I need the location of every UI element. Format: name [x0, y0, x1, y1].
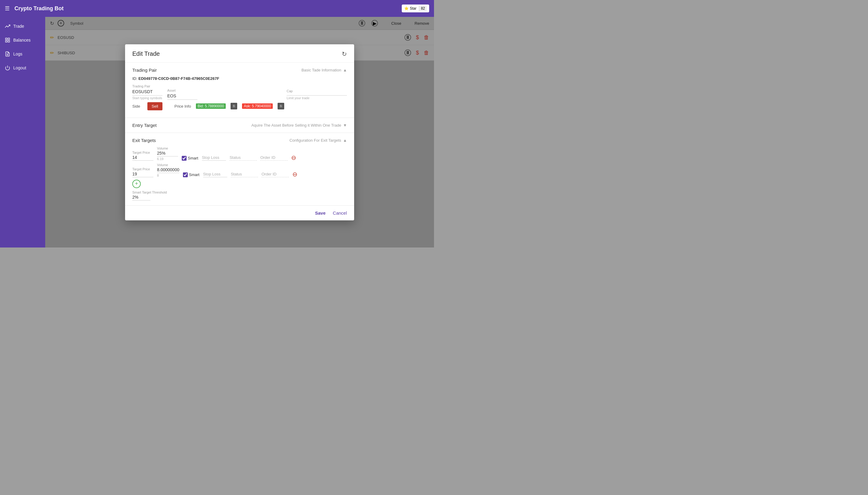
- trading-pair-content: ID: ED049778-C0CD-0B87-F74B-47965C0E267F…: [132, 76, 347, 110]
- trending-up-icon: [5, 23, 10, 29]
- modal-header: Edit Trade ↻: [125, 44, 354, 63]
- trading-pair-section-header[interactable]: Trading Pair Basic Tade Information ▲: [132, 68, 347, 73]
- modal-footer: Save Cancel: [125, 206, 354, 220]
- navbar: ☰ Crypto Trading Bot ⭐ Star 82: [0, 0, 434, 17]
- add-icon[interactable]: +: [132, 180, 141, 188]
- content-area: ↻ + Symbol ⏸ ▶ Close Remove ✏ EOSUSD ⏸ $…: [45, 17, 434, 248]
- cancel-button[interactable]: Cancel: [333, 210, 347, 216]
- svg-rect-1: [8, 38, 10, 39]
- cap-field: Cap Limit your trade: [287, 89, 347, 100]
- chevron-up-icon-exit: ▲: [343, 138, 347, 142]
- svg-rect-0: [5, 38, 7, 39]
- entry-target-section: Entry Target Aquire The Asset Before Sel…: [125, 118, 354, 133]
- svg-rect-3: [5, 41, 7, 42]
- target-price-field-1: Target Price 14: [132, 151, 153, 161]
- svg-rect-2: [8, 41, 10, 42]
- smart-checkbox-2[interactable]: Smart: [183, 172, 199, 177]
- smart-checkbox-input-2[interactable]: [183, 172, 188, 177]
- star-label: Star: [410, 6, 417, 11]
- copy-bid-button[interactable]: ⎘: [230, 103, 237, 109]
- bid-value: Bid: 5.78890000: [196, 103, 226, 109]
- exit-target-row-1: Target Price 14 Volume 25% 6.19 Smart: [132, 147, 347, 161]
- sidebar-label-trade: Trade: [13, 24, 24, 29]
- sidebar-item-logout[interactable]: Logout: [0, 61, 45, 75]
- status-field-2: Status: [231, 172, 258, 177]
- order-id-field-2: Order ID: [262, 172, 289, 177]
- order-id-field-1: Order ID: [260, 155, 288, 161]
- side-label: Side: [132, 104, 140, 108]
- sidebar-label-logout: Logout: [13, 65, 26, 70]
- stop-loss-field-2: Stop Loss: [203, 172, 227, 177]
- volume-field-1: Volume 25% 6.19: [157, 147, 178, 161]
- github-icon: ⭐: [404, 6, 409, 11]
- remove-row-1-button[interactable]: ⊖: [291, 155, 296, 161]
- grid-icon: [5, 37, 10, 43]
- price-info-label: Price Info: [174, 103, 191, 109]
- trading-pair-field: Trading Pair EOSUSDT Start typing symbol…: [132, 84, 162, 100]
- trading-pair-title: Trading Pair: [132, 68, 157, 73]
- app-title: Crypto Trading Bot: [15, 5, 64, 12]
- modal-title: Edit Trade: [132, 50, 160, 57]
- power-icon: [5, 65, 10, 70]
- remove-row-2-button[interactable]: ⊖: [292, 171, 297, 177]
- smart-checkbox-input-1[interactable]: [182, 156, 187, 161]
- trading-pair-subtitle: Basic Tade Information ▲: [301, 68, 347, 72]
- entry-target-title: Entry Target: [132, 123, 157, 128]
- exit-targets-content: Target Price 14 Volume 25% 6.19 Smart: [132, 147, 347, 201]
- sidebar-item-trade[interactable]: Trade: [0, 19, 45, 33]
- exit-target-row-2: Target Price 19 Volume 8.00000000 8 Smar…: [132, 163, 347, 177]
- edit-trade-modal: Edit Trade ↻ Trading Pair Basic Tade Inf…: [125, 44, 354, 220]
- trading-pair-fields: Trading Pair EOSUSDT Start typing symbol…: [132, 84, 347, 100]
- entry-target-section-header[interactable]: Entry Target Aquire The Asset Before Sel…: [132, 123, 347, 128]
- modal-refresh-icon[interactable]: ↻: [342, 50, 347, 57]
- exit-targets-section-header[interactable]: Exit Targets Configuration For Exit Targ…: [132, 138, 347, 143]
- save-button[interactable]: Save: [315, 210, 326, 216]
- smart-label-1: Smart: [188, 156, 198, 160]
- github-star-button[interactable]: ⭐ Star 82: [402, 4, 429, 12]
- asset-field: Asset EOS: [167, 89, 197, 100]
- smart-checkbox-1[interactable]: Smart: [182, 156, 198, 161]
- sidebar-item-logs[interactable]: Logs: [0, 47, 45, 61]
- ask-value: Ask: 5.79040000: [242, 103, 273, 109]
- star-count: 82: [419, 6, 427, 11]
- smart-label-2: Smart: [189, 172, 199, 177]
- side-price-row: Side Sell Price Info Bid: 5.78890000 ⎘: [132, 102, 347, 110]
- sidebar-label-balances: Balances: [13, 38, 31, 42]
- exit-targets-section: Exit Targets Configuration For Exit Targ…: [125, 133, 354, 206]
- exit-targets-title: Exit Targets: [132, 138, 156, 143]
- smart-threshold: Smart Target Threshold 2%: [132, 190, 347, 201]
- add-exit-target-button[interactable]: +: [132, 180, 347, 188]
- status-field-1: Status: [230, 155, 257, 161]
- menu-icon[interactable]: ☰: [5, 5, 10, 12]
- stop-loss-field-1: Stop Loss: [202, 155, 226, 161]
- file-text-icon: [5, 51, 10, 57]
- sidebar: Trade Balances Logs Logout: [0, 17, 45, 248]
- chevron-up-icon: ▲: [343, 68, 347, 72]
- modal-overlay: Edit Trade ↻ Trading Pair Basic Tade Inf…: [45, 17, 434, 248]
- side-sell-button[interactable]: Sell: [147, 102, 162, 110]
- main-layout: Trade Balances Logs Logout ↻ + Symbol ⏸ …: [0, 17, 434, 248]
- copy-ask-button[interactable]: ⎘: [278, 103, 284, 109]
- entry-target-subtitle: Aquire The Asset Before Selling it Withi…: [251, 123, 347, 127]
- chevron-down-icon: ▼: [343, 123, 347, 127]
- trading-pair-section: Trading Pair Basic Tade Information ▲ ID…: [125, 63, 354, 118]
- exit-targets-subtitle: Configuration For Exit Targets ▲: [289, 138, 347, 142]
- target-price-field-2: Target Price 19: [132, 167, 153, 177]
- trade-id: ID: ED049778-C0CD-0B87-F74B-47965C0E267F: [132, 76, 347, 81]
- sidebar-item-balances[interactable]: Balances: [0, 33, 45, 47]
- volume-field-2: Volume 8.00000000 8: [157, 163, 179, 177]
- sidebar-label-logs: Logs: [13, 52, 22, 56]
